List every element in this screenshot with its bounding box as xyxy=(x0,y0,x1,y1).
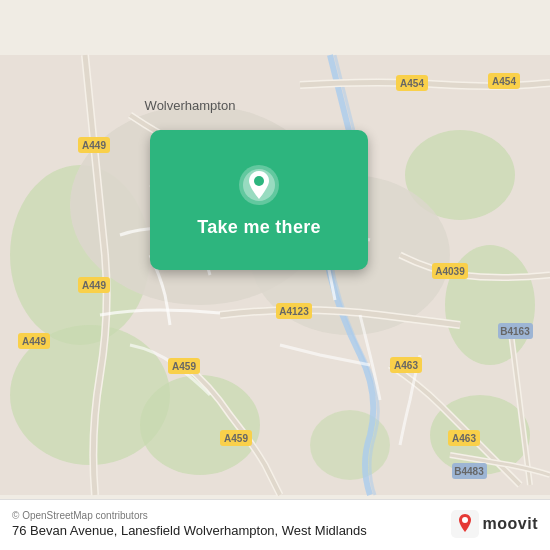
svg-text:A454: A454 xyxy=(400,78,424,89)
bottom-bar: © OpenStreetMap contributors 76 Bevan Av… xyxy=(0,499,550,550)
take-me-label: Take me there xyxy=(197,217,321,238)
map-container: A449 A449 A449 A454 A454 A4039 A4123 A45… xyxy=(0,0,550,550)
location-pin-icon xyxy=(237,163,281,207)
copyright-text: © OpenStreetMap contributors xyxy=(12,510,367,521)
svg-text:A449: A449 xyxy=(82,280,106,291)
svg-text:A4039: A4039 xyxy=(435,266,465,277)
bottom-info: © OpenStreetMap contributors 76 Bevan Av… xyxy=(12,510,367,538)
svg-text:A454: A454 xyxy=(492,76,516,87)
moovit-logo: moovit xyxy=(451,510,538,538)
svg-text:B4483: B4483 xyxy=(454,466,484,477)
svg-text:B4163: B4163 xyxy=(500,326,530,337)
take-me-there-button[interactable]: Take me there xyxy=(150,130,368,270)
svg-text:A449: A449 xyxy=(82,140,106,151)
svg-text:A463: A463 xyxy=(394,360,418,371)
svg-text:A449: A449 xyxy=(22,336,46,347)
svg-text:A463: A463 xyxy=(452,433,476,444)
address-text: 76 Bevan Avenue, Lanesfield Wolverhampto… xyxy=(12,523,367,538)
moovit-text: moovit xyxy=(483,515,538,533)
svg-point-39 xyxy=(254,176,264,186)
svg-text:Wolverhampton: Wolverhampton xyxy=(145,98,236,113)
moovit-icon xyxy=(451,510,479,538)
svg-point-41 xyxy=(462,517,468,523)
svg-text:A459: A459 xyxy=(224,433,248,444)
map-svg: A449 A449 A449 A454 A454 A4039 A4123 A45… xyxy=(0,0,550,550)
svg-text:A459: A459 xyxy=(172,361,196,372)
svg-text:A4123: A4123 xyxy=(279,306,309,317)
